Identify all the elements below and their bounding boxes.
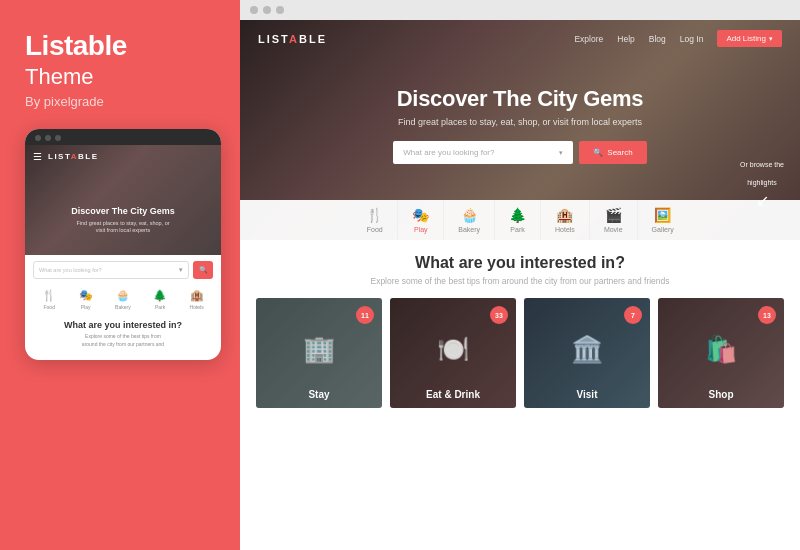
- section-sub: Explore some of the best tips from aroun…: [240, 276, 800, 286]
- card-visit-label: Visit: [524, 389, 650, 400]
- desktop-cat-gallery[interactable]: 🖼️ Gallery: [638, 200, 688, 240]
- desktop-mockup: LISTABLE Explore Help Blog Log In Add Li…: [240, 20, 800, 550]
- card-stay-badge: 11: [356, 306, 374, 324]
- mobile-cat-park[interactable]: 🌲 Park: [153, 289, 167, 310]
- mobile-dots: [35, 135, 61, 141]
- desktop-cat-play-label: Play: [414, 226, 428, 233]
- nav-explore[interactable]: Explore: [574, 34, 603, 44]
- desktop-logo: LISTABLE: [258, 33, 327, 45]
- mobile-search-button[interactable]: 🔍: [193, 261, 213, 279]
- nav-blog[interactable]: Blog: [649, 34, 666, 44]
- shop-icon: 🛍️: [705, 334, 737, 365]
- mobile-dot-2: [45, 135, 51, 141]
- hotels-icon: 🏨: [556, 207, 573, 223]
- nav-help[interactable]: Help: [617, 34, 634, 44]
- search-icon: 🔍: [593, 148, 603, 157]
- desktop-hero-sub: Find great places to stay, eat, shop, or…: [398, 117, 642, 127]
- park-icon: 🌲: [509, 207, 526, 223]
- chevron-down-icon: ▾: [179, 266, 183, 274]
- left-panel: Listable Theme By pixelgrade ☰ LISTABLE …: [0, 0, 240, 550]
- hamburger-icon[interactable]: ☰: [33, 151, 42, 162]
- browser-dot-1: [250, 6, 258, 14]
- mobile-hero-text: Discover The City Gems Find great places…: [25, 206, 221, 235]
- desktop-hero: LISTABLE Explore Help Blog Log In Add Li…: [240, 20, 800, 240]
- browse-hint-text: Or browse thehighlights: [740, 161, 784, 186]
- gallery-icon: 🖼️: [654, 207, 671, 223]
- mobile-search-bar: What are you looking for? ▾ 🔍: [33, 261, 213, 279]
- brand-by: By pixelgrade: [25, 94, 215, 109]
- desktop-hero-title: Discover The City Gems: [397, 86, 644, 112]
- mobile-cat-bakery-label: Bakery: [115, 304, 131, 310]
- stay-icon: 🏢: [303, 334, 335, 365]
- search-icon: 🔍: [199, 266, 208, 274]
- mobile-cat-hotels[interactable]: 🏨 Hotels: [190, 289, 204, 310]
- eat-icon: 🍽️: [437, 334, 469, 365]
- mobile-search-input[interactable]: What are you looking for? ▾: [33, 261, 189, 279]
- desktop-cat-food-label: Food: [367, 226, 383, 233]
- card-visit[interactable]: 7 🏛️ Visit: [524, 298, 650, 408]
- desktop-cat-gallery-label: Gallery: [652, 226, 674, 233]
- search-placeholder-text: What are you looking for?: [39, 267, 102, 273]
- mobile-cat-play-label: Play: [81, 304, 91, 310]
- food-icon: 🍴: [42, 289, 56, 302]
- movie-icon: 🎬: [605, 207, 622, 223]
- nav-login[interactable]: Log In: [680, 34, 704, 44]
- mobile-cat-hotels-label: Hotels: [190, 304, 204, 310]
- mobile-logo: LISTABLE: [48, 152, 99, 161]
- browser-dot-3: [276, 6, 284, 14]
- section-title: What are you interested in?: [240, 240, 800, 272]
- card-shop[interactable]: 13 🛍️ Shop: [658, 298, 784, 408]
- desktop-nav: LISTABLE Explore Help Blog Log In Add Li…: [240, 20, 800, 57]
- card-eat[interactable]: 33 🍽️ Eat & Drink: [390, 298, 516, 408]
- desktop-cat-food[interactable]: 🍴 Food: [352, 200, 398, 240]
- card-visit-badge: 7: [624, 306, 642, 324]
- desktop-cat-bakery-label: Bakery: [458, 226, 480, 233]
- desktop-nav-links: Explore Help Blog Log In Add Listing ▾: [574, 30, 782, 47]
- desktop-search-placeholder: What are you looking for?: [403, 148, 494, 157]
- chevron-down-icon: ▾: [769, 35, 773, 43]
- desktop-bottom: What are you interested in? Explore some…: [240, 240, 800, 550]
- mobile-categories: 🍴 Food 🎭 Play 🧁 Bakery 🌲 Park 🏨 Hotels: [25, 285, 221, 314]
- browser-chrome: [240, 0, 800, 20]
- play-icon: 🎭: [412, 207, 429, 223]
- desktop-cat-bakery[interactable]: 🧁 Bakery: [444, 200, 495, 240]
- mobile-cat-bakery[interactable]: 🧁 Bakery: [115, 289, 131, 310]
- hotels-icon: 🏨: [190, 289, 204, 302]
- mobile-dot-3: [55, 135, 61, 141]
- desktop-cat-play[interactable]: 🎭 Play: [398, 200, 444, 240]
- mobile-dot-1: [35, 135, 41, 141]
- card-stay-label: Stay: [256, 389, 382, 400]
- desktop-cat-hotels-label: Hotels: [555, 226, 575, 233]
- right-panel: LISTABLE Explore Help Blog Log In Add Li…: [240, 0, 800, 550]
- desktop-search-input[interactable]: What are you looking for? ▾: [393, 141, 573, 164]
- desktop-cat-park-label: Park: [510, 226, 524, 233]
- add-listing-button[interactable]: Add Listing ▾: [717, 30, 782, 47]
- mobile-hero-title: Discover The City Gems: [25, 206, 221, 218]
- mobile-hero: ☰ LISTABLE Discover The City Gems Find g…: [25, 145, 221, 255]
- food-icon: 🍴: [366, 207, 383, 223]
- visit-icon: 🏛️: [571, 334, 603, 365]
- mobile-cat-play[interactable]: 🎭 Play: [79, 289, 93, 310]
- desktop-cat-hotels[interactable]: 🏨 Hotels: [541, 200, 590, 240]
- mobile-cat-park-label: Park: [155, 304, 165, 310]
- card-shop-label: Shop: [658, 389, 784, 400]
- browser-dot-2: [263, 6, 271, 14]
- mobile-cat-food-label: Food: [44, 304, 55, 310]
- mobile-hero-sub: Find great places to stay, eat, shop, or…: [25, 220, 221, 235]
- desktop-category-bar: 🍴 Food 🎭 Play 🧁 Bakery 🌲 Park 🏨 H: [240, 200, 800, 240]
- desktop-search-button[interactable]: 🔍 Search: [579, 141, 646, 164]
- card-stay[interactable]: 11 🏢 Stay: [256, 298, 382, 408]
- brand-title: Listable: [25, 30, 215, 62]
- mobile-mockup: ☰ LISTABLE Discover The City Gems Find g…: [25, 129, 221, 360]
- park-icon: 🌲: [153, 289, 167, 302]
- desktop-cat-park[interactable]: 🌲 Park: [495, 200, 541, 240]
- desktop-cat-movie[interactable]: 🎬 Movie: [590, 200, 638, 240]
- mobile-cat-food[interactable]: 🍴 Food: [42, 289, 56, 310]
- mobile-section-title: What are you interested in?: [25, 320, 221, 330]
- mobile-top-bar: [25, 129, 221, 145]
- play-icon: 🎭: [79, 289, 93, 302]
- mobile-nav: ☰ LISTABLE: [25, 151, 221, 162]
- card-shop-badge: 13: [758, 306, 776, 324]
- search-btn-label: Search: [607, 148, 632, 157]
- chevron-down-icon: ▾: [559, 149, 563, 157]
